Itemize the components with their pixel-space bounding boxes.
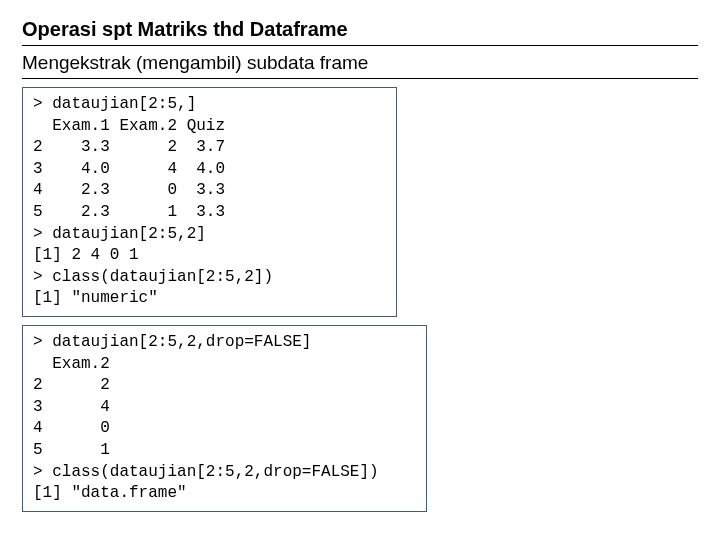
code-block-1: > dataujian[2:5,] Exam.1 Exam.2 Quiz 2 3… <box>22 87 397 317</box>
code-block-2: > dataujian[2:5,2,drop=FALSE] Exam.2 2 2… <box>22 325 427 512</box>
page-title: Operasi spt Matriks thd Dataframe <box>22 18 698 46</box>
page-subtitle: Mengekstrak (mengambil) subdata frame <box>22 52 698 79</box>
